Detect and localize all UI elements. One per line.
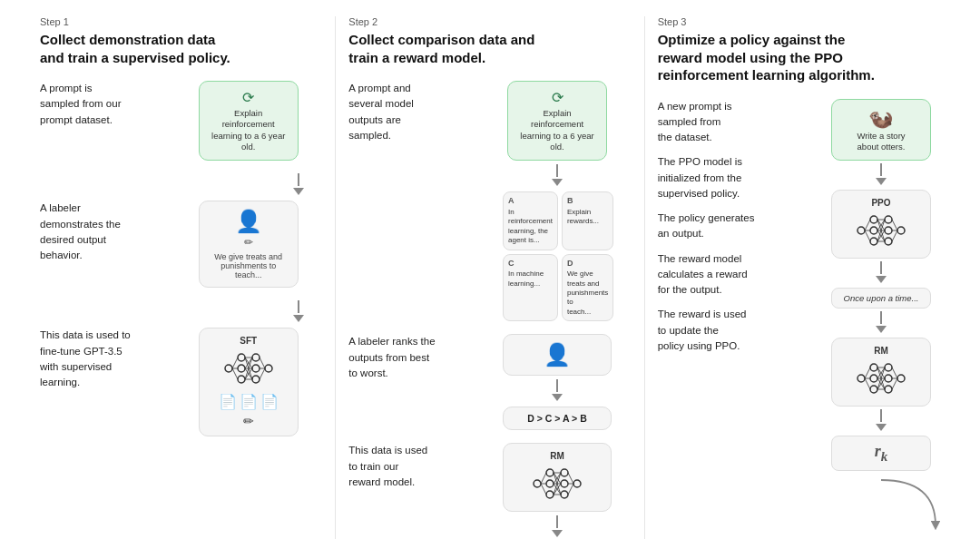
arrow6: [876, 163, 887, 187]
svg-point-51: [885, 227, 892, 234]
step2-labeler-diagram: 👤 D > C > A > B: [483, 334, 631, 430]
step2-prompt-box: ⟳ Explain reinforcementlearning to a 6 y…: [507, 81, 607, 161]
svg-line-33: [541, 484, 546, 495]
svg-point-28: [561, 480, 568, 487]
step1-title: Collect demonstration dataand train a su…: [40, 31, 322, 66]
step2-section-rm: This data is usedto train ourreward mode…: [348, 443, 631, 539]
step1-finetune-text: This data is used tofine-tune GPT-3.5wit…: [40, 328, 163, 390]
step3-prompt-box: 🦦 Write a storyabout otters.: [831, 99, 931, 162]
svg-point-69: [858, 375, 865, 382]
step2-prompt-box-text: Explain reinforcementlearning to a 6 yea…: [517, 108, 597, 152]
svg-line-77: [865, 368, 870, 378]
edit-icon: ✏: [244, 236, 253, 249]
step2-ranking1: D > C > A > B: [503, 407, 612, 430]
step3-text-2: The PPO model isinitialized from thesupe…: [658, 154, 815, 201]
step3-title: Optimize a policy against thereward mode…: [658, 31, 940, 84]
step2-section-labeler: A labeler ranks theoutputs from bestto w…: [348, 334, 631, 430]
svg-point-70: [870, 364, 877, 371]
step3-rm-label: RM: [874, 346, 888, 356]
step1-edit-icon2: ✏: [243, 414, 254, 428]
step1-column: Step 1 Collect demonstration dataand tra…: [27, 16, 336, 539]
svg-point-48: [870, 227, 877, 234]
arrow1: [293, 173, 304, 197]
arrow3: [552, 164, 563, 188]
svg-point-27: [561, 469, 568, 476]
svg-line-31: [541, 473, 546, 484]
arrow5: [552, 515, 563, 539]
step1-prompt-diagram: ⟳ Explain reinforcementlearning to a 6 y…: [174, 81, 322, 161]
arrow7: [876, 261, 887, 285]
step2-column: Step 2 Collect comparison data andtrain …: [336, 16, 644, 539]
svg-point-5: [252, 365, 260, 372]
svg-point-71: [870, 375, 877, 382]
step2-model-label: RM: [550, 451, 564, 461]
svg-point-53: [897, 227, 905, 234]
feedback-arrow: [831, 475, 949, 530]
svg-point-29: [561, 491, 568, 498]
step2-prompt-diagram: ⟳ Explain reinforcementlearning to a 6 y…: [483, 81, 631, 321]
step3-text-5: The reward is usedto update thepolicy us…: [658, 307, 815, 354]
step2-section-prompt: A prompt andseveral modeloutputs aresamp…: [348, 81, 631, 321]
svg-point-52: [885, 238, 892, 245]
step3-text-4: The reward modelcalculates a rewardfor t…: [658, 251, 815, 299]
svg-line-56: [865, 230, 870, 241]
output-cell-b: B Explain rewards...: [562, 191, 613, 250]
svg-point-7: [265, 365, 272, 372]
svg-point-75: [885, 386, 892, 393]
step1-prompt-text: A prompt issampled from ourprompt datase…: [40, 81, 163, 128]
step2-rm-diagram: RM: [483, 443, 631, 539]
step3-column: Step 3 Optimize a policy against therewa…: [645, 16, 953, 539]
step1-model-box: SFT: [199, 328, 299, 436]
output-cell-a: A In reinforcementlearning, theagent is.…: [503, 191, 558, 250]
svg-point-50: [885, 216, 892, 223]
step1-prompt-box-text: Explain reinforcementlearning to a 6 yea…: [209, 108, 289, 152]
recycle-icon: ⟳: [242, 89, 254, 106]
svg-point-24: [546, 469, 554, 476]
svg-point-49: [870, 238, 877, 245]
svg-line-79: [865, 378, 870, 389]
svg-point-1: [238, 354, 245, 361]
svg-point-46: [858, 227, 865, 234]
svg-point-6: [252, 376, 260, 383]
svg-line-43: [568, 473, 573, 484]
step1-prompt-box: ⟳ Explain reinforcementlearning to a 6 y…: [199, 81, 299, 161]
person-icon: 👤: [235, 209, 262, 234]
step3-left: A new prompt issampled fromthe dataset. …: [658, 99, 815, 540]
arrow4: [552, 379, 563, 403]
step3-ppo-svg: [854, 211, 908, 250]
step1-docs: 📄 📄 📄: [219, 393, 279, 410]
step2-rm-box: RM: [503, 443, 612, 512]
step1-nn-svg: [221, 348, 276, 388]
step1-section-finetune: This data is used tofine-tune GPT-3.5wit…: [40, 328, 322, 436]
step1-labeler-diagram: 👤 ✏ We give treats andpunishments to tea…: [174, 201, 322, 288]
svg-point-26: [546, 491, 554, 498]
output-cell-d: D We give treats andpunishments toteach.…: [562, 254, 613, 322]
arrow2: [293, 300, 304, 324]
step2-person-box: 👤: [503, 334, 612, 376]
curved-arrow-container: [831, 475, 931, 494]
step3-text-1: A new prompt issampled fromthe dataset.: [658, 99, 815, 146]
svg-point-76: [897, 375, 905, 382]
output-cell-c: C In machinelearning...: [503, 254, 558, 322]
step2-label: Step 2: [348, 16, 631, 27]
svg-line-54: [865, 220, 870, 230]
svg-point-74: [885, 375, 892, 382]
step3-ppo-label: PPO: [871, 198, 890, 208]
step2-labeler-text: A labeler ranks theoutputs from bestto w…: [348, 334, 472, 381]
svg-line-89: [892, 368, 897, 378]
step1-label: Step 1: [40, 16, 322, 27]
step1-section-labeler: A labelerdemonstrates thedesired outputb…: [40, 201, 322, 288]
step1-labeler-text: A labelerdemonstrates thedesired outputb…: [40, 201, 163, 263]
step2-prompt-text: A prompt andseveral modeloutputs aresamp…: [348, 81, 472, 143]
step3-content: A new prompt issampled fromthe dataset. …: [658, 99, 940, 540]
svg-line-22: [260, 368, 265, 379]
step1-section-prompt: A prompt issampled from ourprompt datase…: [40, 81, 322, 161]
svg-point-3: [238, 376, 245, 383]
svg-line-20: [260, 358, 265, 368]
svg-line-45: [568, 484, 573, 495]
step3-reward-box: rk: [831, 436, 931, 471]
svg-point-25: [546, 480, 554, 487]
svg-line-10: [232, 368, 238, 379]
svg-point-0: [225, 365, 232, 372]
step3-rm-svg: [854, 358, 908, 398]
